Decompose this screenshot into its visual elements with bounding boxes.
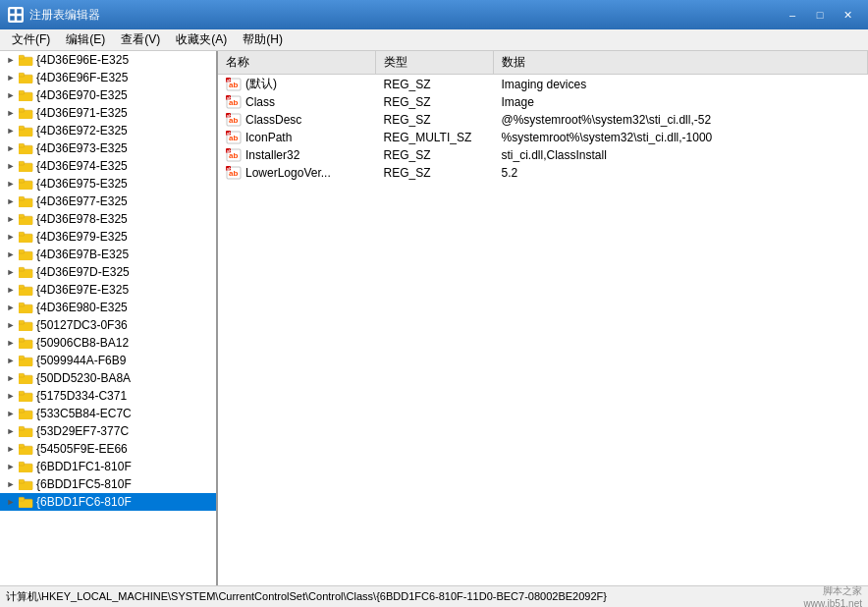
- expand-icon[interactable]: ►: [4, 159, 18, 173]
- cell-name: ab ab (默认): [218, 75, 375, 94]
- table-row[interactable]: ab ab Installer32REG_SZsti_ci.dll,ClassI…: [218, 146, 868, 164]
- expand-icon[interactable]: ►: [4, 371, 18, 385]
- tree-item[interactable]: ► {4D36E97B-E325: [0, 246, 216, 263]
- expand-icon[interactable]: ►: [4, 53, 18, 67]
- reg-value-icon: ab ab: [226, 131, 242, 144]
- expand-icon[interactable]: ►: [4, 318, 18, 332]
- tree-item[interactable]: ► {5099944A-F6B9: [0, 352, 216, 369]
- expand-icon[interactable]: ►: [4, 230, 18, 244]
- expand-icon[interactable]: ►: [4, 336, 18, 350]
- svg-rect-102: [19, 391, 25, 395]
- expand-icon[interactable]: ►: [4, 106, 18, 120]
- tree-item[interactable]: ► {5175D334-C371: [0, 387, 216, 405]
- menu-favorites[interactable]: 收藏夹(A): [168, 29, 235, 50]
- svg-rect-97: [19, 373, 25, 377]
- cell-data: @%systemroot%\system32\sti_ci.dll,-52: [493, 111, 868, 129]
- maximize-button[interactable]: □: [807, 5, 833, 25]
- tree-item[interactable]: ► {53D29EF7-377C: [0, 422, 216, 440]
- cell-name-text: (默认): [245, 77, 277, 90]
- menu-view[interactable]: 查看(V): [113, 29, 168, 50]
- expand-icon[interactable]: ►: [4, 141, 18, 155]
- table-row[interactable]: ab ab (默认)REG_SZImaging devices: [218, 75, 868, 94]
- tree-item-label: {53D29EF7-377C: [36, 424, 129, 438]
- cell-type: REG_SZ: [375, 93, 493, 111]
- tree-item[interactable]: ► {50127DC3-0F36: [0, 316, 216, 334]
- tree-item[interactable]: ► {4D36E972-E325: [0, 122, 216, 139]
- tree-item[interactable]: ► {4D36E97E-E325: [0, 281, 216, 299]
- close-button[interactable]: ✕: [835, 5, 860, 25]
- window-controls[interactable]: – □ ✕: [780, 5, 860, 25]
- menu-file[interactable]: 文件(F): [4, 29, 58, 50]
- expand-icon[interactable]: ►: [4, 301, 18, 314]
- tree-item[interactable]: ► {50906CB8-BA12: [0, 334, 216, 352]
- table-row[interactable]: ab ab LowerLogoVer...REG_SZ5.2: [218, 164, 868, 182]
- expand-icon[interactable]: ►: [4, 477, 18, 491]
- folder-icon: [18, 459, 33, 474]
- expand-icon[interactable]: ►: [4, 88, 18, 102]
- reg-value-icon: ab ab: [226, 113, 242, 127]
- tree-item[interactable]: ► {4D36E97D-E325: [0, 263, 216, 281]
- expand-icon[interactable]: ►: [4, 194, 18, 208]
- tree-item[interactable]: ► {4D36E980-E325: [0, 299, 216, 316]
- folder-icon: [18, 282, 33, 298]
- expand-icon[interactable]: ►: [4, 354, 18, 367]
- tree-item-label: {50127DC3-0F36: [36, 318, 128, 332]
- folder-icon: [18, 353, 33, 368]
- tree-panel[interactable]: ► {4D36E96E-E325► {4D36E96F-E325► {4D36E…: [0, 51, 218, 585]
- tree-item[interactable]: ► {6BDD1FC1-810F: [0, 458, 216, 475]
- expand-icon[interactable]: ►: [4, 495, 18, 509]
- tree-item[interactable]: ► {6BDD1FC6-810F: [0, 493, 216, 511]
- svg-rect-66: [19, 271, 32, 278]
- expand-icon[interactable]: ►: [4, 212, 18, 226]
- expand-icon[interactable]: ►: [4, 407, 18, 420]
- tree-item[interactable]: ► {4D36E971-E325: [0, 104, 216, 122]
- tree-item[interactable]: ► {50DD5230-BA8A: [0, 369, 216, 387]
- expand-icon[interactable]: ►: [4, 265, 18, 279]
- col-data[interactable]: 数据: [493, 51, 868, 75]
- svg-rect-6: [19, 59, 32, 66]
- tree-item[interactable]: ► {54505F9E-EE66: [0, 440, 216, 458]
- tree-item[interactable]: ► {4D36E977-E325: [0, 193, 216, 210]
- tree-item[interactable]: ► {4D36E975-E325: [0, 175, 216, 193]
- tree-item[interactable]: ► {4D36E978-E325: [0, 210, 216, 228]
- table-row[interactable]: ab ab ClassREG_SZImage: [218, 93, 868, 111]
- tree-item[interactable]: ► {4D36E96E-E325: [0, 51, 216, 69]
- expand-icon[interactable]: ►: [4, 283, 18, 297]
- tree-item-label: {50906CB8-BA12: [36, 336, 129, 350]
- minimize-button[interactable]: –: [780, 5, 805, 25]
- folder-icon: [18, 388, 33, 404]
- tree-item[interactable]: ► {4D36E973-E325: [0, 139, 216, 157]
- expand-icon[interactable]: ►: [4, 71, 18, 84]
- tree-item-label: {4D36E970-E325: [36, 88, 128, 102]
- tree-item[interactable]: ► {4D36E96F-E325: [0, 69, 216, 86]
- tree-item-label: {4D36E980-E325: [36, 301, 128, 314]
- tree-item[interactable]: ► {4D36E970-E325: [0, 86, 216, 104]
- expand-icon[interactable]: ►: [4, 460, 18, 473]
- window-title: 注册表编辑器: [29, 7, 780, 24]
- tree-item[interactable]: ► {4D36E979-E325: [0, 228, 216, 246]
- expand-icon[interactable]: ►: [4, 124, 18, 138]
- menu-edit[interactable]: 编辑(E): [58, 29, 113, 50]
- col-type[interactable]: 类型: [375, 51, 493, 75]
- col-name[interactable]: 名称: [218, 51, 375, 75]
- cell-type: REG_SZ: [375, 75, 493, 94]
- expand-icon[interactable]: ►: [4, 424, 18, 438]
- tree-item-label: {4D36E977-E325: [36, 194, 128, 208]
- tree-item[interactable]: ► {4D36E974-E325: [0, 157, 216, 175]
- table-row[interactable]: ab ab ClassDescREG_SZ@%systemroot%\syste…: [218, 111, 868, 129]
- tree-item[interactable]: ► {533C5B84-EC7C: [0, 405, 216, 422]
- status-path: 计算机\HKEY_LOCAL_MACHINE\SYSTEM\CurrentCon…: [6, 589, 804, 604]
- svg-text:ab: ab: [227, 114, 233, 119]
- svg-rect-116: [19, 448, 32, 455]
- svg-rect-91: [19, 359, 32, 366]
- svg-rect-16: [19, 94, 32, 101]
- table-row[interactable]: ab ab IconPathREG_MULTI_SZ%systemroot%\s…: [218, 129, 868, 146]
- expand-icon[interactable]: ►: [4, 248, 18, 261]
- tree-item[interactable]: ► {6BDD1FC5-810F: [0, 475, 216, 493]
- menu-help[interactable]: 帮助(H): [235, 29, 291, 50]
- expand-icon[interactable]: ►: [4, 389, 18, 403]
- expand-icon[interactable]: ►: [4, 177, 18, 191]
- expand-icon[interactable]: ►: [4, 442, 18, 456]
- reg-value-icon: ab ab: [226, 148, 242, 162]
- svg-rect-46: [19, 200, 32, 207]
